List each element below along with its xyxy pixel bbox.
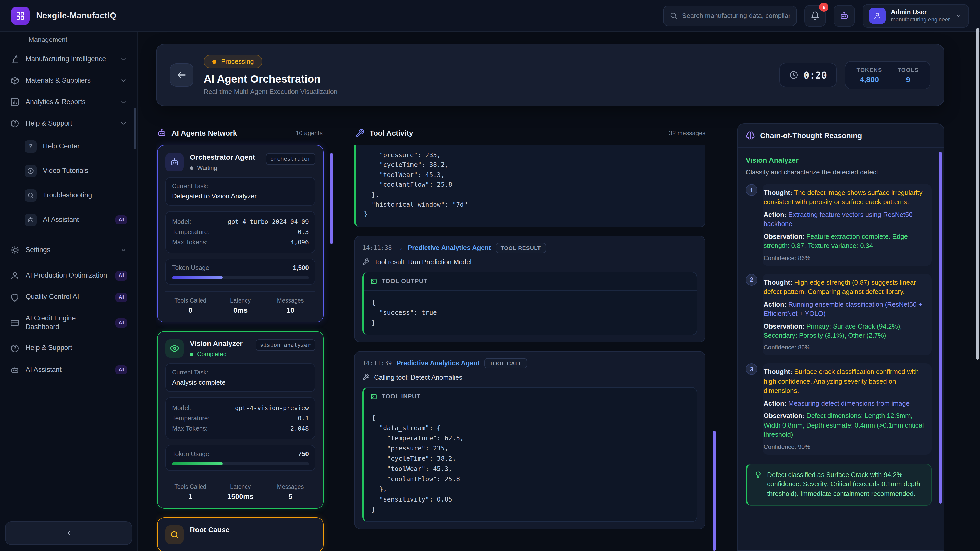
reasoning-step-1: 1 Thought: The defect image shows surfac… (746, 184, 932, 265)
agents-panel: AI Agents Network 10 agents Orchestrator… (156, 124, 334, 551)
nav-label: Manufacturing Intelligence (25, 55, 114, 64)
bot-icon (24, 214, 37, 226)
model-label: Model: (172, 218, 191, 225)
search-input[interactable] (682, 12, 791, 19)
tool-activity-header: Tool Activity 32 messages (354, 124, 717, 145)
user-meta: Admin User manufacturing engineer (891, 9, 950, 22)
max-tokens-row: Max Tokens: 2,048 (172, 424, 309, 433)
tool-message-call[interactable]: 14:11:39 Predictive Analytics Agent TOOL… (354, 351, 705, 529)
sidebar-scrollbar[interactable] (134, 108, 136, 149)
sidebar-collapse-button[interactable] (5, 521, 132, 545)
agent-card-orchestrator[interactable]: Orchestrator Agent Waiting orchestrator … (157, 145, 324, 322)
sidebar-item-management[interactable]: Management (5, 35, 132, 48)
tokens-label: TOKENS (856, 67, 882, 73)
token-usage-box: Token Usage 1,500 (165, 259, 315, 285)
ai-assistant-button[interactable] (834, 5, 855, 26)
bar-chart-icon (10, 97, 19, 106)
latency-value: 0ms (215, 306, 266, 314)
sidebar-item-ai-credit-engine-dashboard[interactable]: AI Credit Engine Dashboard AI (5, 308, 132, 338)
temperature-value: 0.3 (298, 229, 309, 236)
magnifier-icon (24, 189, 37, 202)
wrench-icon (363, 258, 369, 265)
messages-label: Messages (266, 297, 315, 303)
sidebar-item-quality-control-ai[interactable]: Quality Control AI AI (5, 286, 132, 308)
latency-value: 1500ms (215, 492, 266, 500)
current-task-label: Current Task: (172, 183, 309, 190)
tool-message-result[interactable]: 14:11:38 → Predictive Analytics Agent TO… (354, 235, 705, 342)
token-usage-fill (172, 462, 223, 465)
token-usage-label: Token Usage (172, 264, 209, 272)
tokens-tools-card: TOKENS 4,800 TOOLS 9 (845, 61, 931, 89)
ai-badge: AI (116, 292, 127, 302)
sidebar-item-troubleshooting[interactable]: Troubleshooting (5, 183, 132, 208)
confidence-text: Confidence: 86% (764, 344, 931, 351)
message-summary-text: Calling tool: Detect Anomalies (374, 373, 462, 381)
page-scrollbar[interactable] (976, 28, 980, 360)
agent-card-root-cause[interactable]: Root Cause (157, 517, 324, 551)
clock-icon (789, 70, 799, 79)
user-menu[interactable]: Admin User manufacturing engineer (863, 4, 969, 27)
play-icon (24, 165, 37, 177)
page-title: AI Agent Orchestration (204, 73, 337, 85)
nav-label: AI Assistant (43, 216, 110, 224)
tools-metric: TOOLS 9 (897, 67, 919, 83)
agents-scrollbar[interactable] (330, 153, 333, 244)
reasoning-scrollbar[interactable] (939, 151, 942, 503)
sidebar-item-analytics-reports[interactable]: Analytics & Reports (5, 91, 132, 113)
max-tokens-label: Max Tokens: (172, 239, 208, 246)
bot-icon (157, 129, 166, 138)
agent-card-vision-analyzer[interactable]: Vision Analyzer Completed vision_analyze… (157, 331, 324, 509)
agent-meta: Orchestrator Agent Waiting (190, 153, 259, 171)
sidebar-item-help-support[interactable]: Help & Support (5, 113, 132, 134)
brain-icon (746, 131, 755, 140)
scrolled-code-block: "pressure": 235, "cycleTime": 38.2, "too… (354, 145, 705, 227)
global-search[interactable] (663, 5, 797, 26)
step-number: 2 (746, 274, 757, 286)
agent-stats: Tools Called 0 Latency 0ms Messages 10 (165, 291, 315, 314)
observation-label: Observation: (764, 233, 804, 240)
max-tokens-label: Max Tokens: (172, 425, 208, 432)
magnifier-icon (165, 526, 184, 544)
current-task-label: Current Task: (172, 369, 309, 376)
tokens-value: 4,800 (856, 75, 882, 83)
latency-stat: Latency 1500ms (215, 484, 266, 500)
tools-called-label: Tools Called (165, 484, 215, 490)
sidebar-item-materials-suppliers[interactable]: Materials & Suppliers (5, 70, 132, 91)
action-label: Action: (764, 300, 787, 308)
sidebar-item-ai-production-optimization[interactable]: AI Production Optimization AI (5, 265, 132, 286)
nav-label: Help Center (43, 142, 127, 151)
status-badge: Processing (204, 55, 262, 68)
shield-icon (10, 293, 19, 302)
sidebar-item-help-center[interactable]: ? Help Center (5, 134, 132, 159)
sidebar-item-settings[interactable]: Settings (5, 239, 132, 261)
conclusion-text: Defect classified as Surface Crack with … (767, 470, 924, 499)
sidebar-item-ai-assistant-bottom[interactable]: AI Assistant AI (5, 359, 132, 381)
tool-activity-scrollbar[interactable] (713, 430, 716, 551)
back-button[interactable] (170, 63, 193, 87)
sidebar-item-manufacturing-intelligence[interactable]: Manufacturing Intelligence (5, 48, 132, 70)
ai-badge: AI (116, 271, 127, 280)
notifications-button[interactable]: 6 (805, 5, 826, 26)
sidebar: Management Manufacturing Intelligence Ma… (0, 32, 138, 551)
reasoning-panel: Chain-of-Thought Reasoning Vision Analyz… (737, 124, 944, 551)
tool-activity-feed: "pressure": 235, "cycleTime": 38.2, "too… (354, 145, 717, 529)
tool-input-header: TOOL INPUT (364, 387, 697, 406)
nav-label: AI Assistant (25, 365, 110, 374)
tools-label: TOOLS (897, 67, 919, 73)
temperature-value: 0.1 (298, 415, 309, 422)
message-timestamp: 14:11:39 (363, 359, 392, 367)
model-params-box: Model: gpt-4-vision-preview Temperature:… (165, 397, 315, 439)
step-content: Thought: The defect image shows surface … (762, 184, 932, 265)
tool-input-block: TOOL INPUT { "data_stream": { "temperatu… (363, 387, 697, 522)
user-avatar (870, 7, 886, 24)
sidebar-item-video-tutorials[interactable]: Video Tutorials (5, 159, 132, 183)
action-label: Action: (764, 400, 787, 407)
sidebar-item-ai-assistant[interactable]: AI Assistant AI (5, 208, 132, 232)
tools-value: 9 (897, 75, 919, 83)
chevron-down-icon (120, 98, 127, 106)
bot-icon (165, 153, 184, 171)
bot-icon (10, 365, 19, 375)
sidebar-item-help-support-secondary[interactable]: Help & Support (5, 338, 132, 359)
max-tokens-row: Max Tokens: 4,096 (172, 237, 309, 248)
wrench-icon (363, 373, 369, 381)
